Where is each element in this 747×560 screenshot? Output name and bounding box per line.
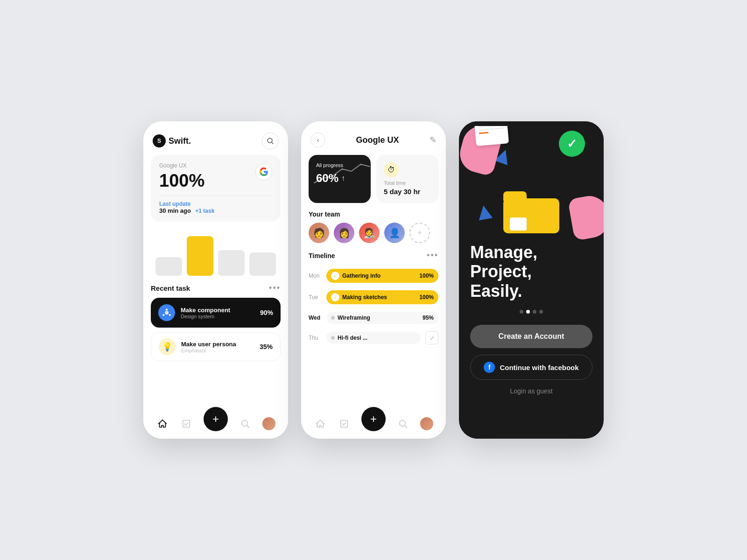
task-text-component: Make component Design system: [181, 307, 254, 319]
tl-task-thu: Hi-fi desi ...: [338, 335, 416, 341]
card-label: Google UX: [159, 162, 272, 169]
nav-add-button[interactable]: +: [204, 407, 228, 431]
stat-card-progress: All progress 60% ↑: [309, 155, 371, 203]
time-label: Total time: [384, 180, 431, 186]
guest-login[interactable]: Login as guest: [470, 387, 592, 395]
nav-home[interactable]: [156, 417, 169, 430]
tl-bar-mon: ✓ Gathering info 100%: [326, 269, 438, 283]
nav-avatar[interactable]: [262, 417, 275, 430]
back-button[interactable]: ‹: [310, 133, 325, 147]
facebook-button[interactable]: f Continue with facebook: [470, 355, 592, 380]
nav-search-icon: [240, 419, 250, 429]
p3-dots: [470, 310, 592, 314]
headline-line2: Project,: [470, 262, 532, 281]
p2-nav-avatar[interactable]: [420, 417, 433, 430]
task-sub-component: Design system: [181, 314, 254, 319]
avatar-add[interactable]: +: [409, 223, 430, 243]
tl-bar-thu: Hi-fi desi ...: [326, 332, 421, 344]
tl-pct-tue: 100%: [419, 294, 434, 301]
facebook-label: Continue with facebook: [500, 364, 578, 371]
svg-line-8: [247, 426, 249, 427]
task-link[interactable]: +1 task: [195, 208, 214, 214]
google-icon: [255, 163, 272, 180]
task-icon-persona: 💡: [159, 338, 176, 355]
phone-1: S Swift. Google UX 100%: [143, 121, 288, 439]
tl-expand-thu[interactable]: ⤢: [425, 331, 438, 344]
home-icon: [157, 419, 168, 429]
task-text-persona: Make user persona Emphasize: [181, 341, 254, 353]
nav-search[interactable]: [239, 417, 252, 430]
svg-rect-6: [183, 420, 190, 427]
timeline-row-tue: Tue ✓ Making sketches 100%: [301, 287, 446, 308]
last-update: Last update 30 min ago +1 task: [159, 201, 272, 214]
tasks-icon: [181, 419, 191, 429]
timeline-dots[interactable]: •••: [427, 251, 438, 260]
folder-back: [503, 198, 559, 233]
facebook-icon: f: [484, 362, 495, 373]
p2-tasks-icon: [339, 419, 349, 429]
update-label: Last update: [159, 201, 190, 207]
bar-4: [249, 252, 276, 276]
tl-dot-wed: [331, 316, 335, 320]
day-wed: Wed: [309, 315, 322, 321]
day-thu: Thu: [309, 335, 322, 341]
team-row: 🧑 👩 🧑‍🎨 👤 +: [301, 223, 446, 251]
folder-white-card: [510, 217, 527, 231]
arrow-blue-bottom: [477, 204, 493, 221]
p1-chart: [151, 229, 281, 276]
swift-logo-icon: S: [153, 134, 166, 147]
component-icon: [162, 308, 171, 317]
progress-value: 60% ↑: [316, 172, 363, 185]
bar-2: [187, 236, 213, 276]
svg-point-4: [162, 314, 164, 316]
tl-bar-wed: Wireframing 95%: [326, 312, 438, 324]
add-icon: +: [212, 413, 219, 426]
svg-rect-9: [341, 420, 348, 427]
avatar-1[interactable]: 🧑: [309, 223, 329, 243]
p2-nav-tasks[interactable]: [338, 417, 351, 430]
svg-point-5: [169, 314, 171, 316]
p2-header: ‹ Google UX ✎: [301, 121, 446, 155]
p2-nav-search-icon: [398, 419, 408, 429]
timeline-header: Timeline •••: [301, 251, 446, 265]
time-icon: ⏱: [384, 162, 399, 177]
phone-3: ✓: [459, 121, 604, 439]
tl-check-tue: ✓: [331, 293, 339, 301]
edit-button[interactable]: ✎: [430, 135, 437, 145]
tl-pct-wed: 95%: [423, 315, 434, 321]
timeline-row-mon: Mon ✓ Gathering info 100%: [301, 265, 446, 287]
tl-task-tue: Making sketches: [342, 294, 416, 301]
tl-task-mon: Gathering info: [342, 273, 416, 279]
svg-point-3: [166, 308, 168, 310]
day-tue: Tue: [309, 294, 322, 301]
task-card-make-component[interactable]: Make component Design system 90%: [151, 298, 281, 328]
tl-dot-thu: [331, 336, 335, 340]
p2-title: Google UX: [356, 135, 399, 145]
search-icon: [267, 137, 274, 145]
p2-nav-add-button[interactable]: +: [361, 407, 386, 431]
svg-line-11: [405, 426, 407, 427]
check-circle: ✓: [559, 131, 585, 157]
p1-logo: S Swift.: [153, 134, 191, 147]
dot-3: [533, 310, 536, 314]
recent-task-dots[interactable]: •••: [269, 283, 281, 293]
time-value: 5 day 30 hr: [384, 188, 431, 196]
avatar-2[interactable]: 👩: [334, 223, 354, 243]
bar-3: [218, 250, 245, 276]
svg-line-1: [272, 142, 273, 144]
create-account-button[interactable]: Create an Account: [470, 325, 592, 348]
avatar-3[interactable]: 🧑‍🎨: [359, 223, 380, 243]
p2-nav-search[interactable]: [396, 417, 409, 430]
p2-bottom-nav: +: [301, 411, 446, 439]
p2-stats: All progress 60% ↑ ⏱ Total time 5 day 30…: [301, 155, 446, 210]
screens-container: S Swift. Google UX 100%: [125, 103, 622, 457]
search-button[interactable]: [262, 133, 279, 149]
task-card-make-persona[interactable]: 💡 Make user persona Emphasize 35%: [151, 332, 281, 361]
paper-card: [474, 126, 509, 146]
day-mon: Mon: [309, 273, 322, 279]
p2-nav-home[interactable]: [314, 417, 327, 430]
avatar-4[interactable]: 👤: [384, 223, 405, 243]
task-sub-persona: Emphasize: [181, 348, 254, 353]
stat-card-time: ⏱ Total time 5 day 30 hr: [376, 155, 438, 203]
nav-tasks[interactable]: [180, 417, 193, 430]
